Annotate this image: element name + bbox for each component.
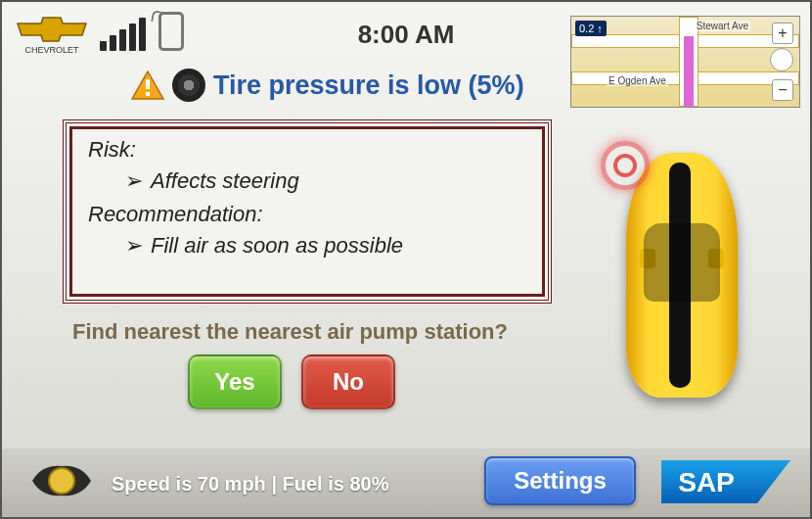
sap-logo: SAP bbox=[659, 454, 796, 509]
svg-marker-0 bbox=[18, 18, 86, 41]
minimap-street-label: E Ogden Ave bbox=[607, 75, 668, 86]
yes-button[interactable]: Yes bbox=[188, 354, 282, 409]
vehicle-diagram bbox=[599, 119, 765, 413]
zoom-out-button[interactable]: − bbox=[772, 79, 793, 101]
phone-icon bbox=[158, 12, 184, 51]
svg-text:CHEVROLET: CHEVROLET bbox=[24, 45, 79, 55]
risk-label: Risk: bbox=[88, 137, 526, 163]
alert-title: Tire pressure is low (5%) bbox=[213, 71, 524, 101]
minimap-turn-hint: 0.2 ↑ bbox=[575, 21, 607, 36]
signal-strength-icon bbox=[100, 18, 146, 51]
zoom-in-button[interactable]: + bbox=[772, 23, 793, 44]
chevrolet-logo: CHEVROLET bbox=[12, 10, 92, 57]
tire-alert-indicator bbox=[601, 141, 650, 190]
no-button[interactable]: No bbox=[301, 354, 395, 409]
recommendation-item: ➢Fill air as soon as possible bbox=[125, 233, 526, 259]
achievement-badge-icon bbox=[27, 456, 96, 505]
navigation-minimap[interactable]: 0.2 ↑ Stewart Ave E Ogden Ave + − bbox=[570, 16, 800, 108]
prompt-question: Find nearest the nearest air pump statio… bbox=[72, 319, 508, 345]
svg-point-5 bbox=[49, 468, 74, 494]
svg-rect-4 bbox=[146, 92, 150, 96]
tire-icon bbox=[172, 69, 205, 102]
settings-button[interactable]: Settings bbox=[484, 456, 636, 505]
recommendation-label: Recommendation: bbox=[88, 202, 526, 227]
svg-rect-3 bbox=[146, 79, 150, 89]
risk-item: ➢Affects steering bbox=[125, 168, 526, 194]
warning-icon bbox=[131, 71, 164, 100]
clock: 8:00 AM bbox=[358, 20, 455, 50]
status-text: Speed is 70 mph | Fuel is 80% bbox=[112, 473, 388, 495]
minimap-street-label: Stewart Ave bbox=[695, 21, 750, 31]
svg-text:SAP: SAP bbox=[678, 467, 735, 497]
compass-icon[interactable] bbox=[770, 48, 793, 71]
risk-recommendation-panel: Risk: ➢Affects steering Recommendation: … bbox=[63, 119, 552, 304]
